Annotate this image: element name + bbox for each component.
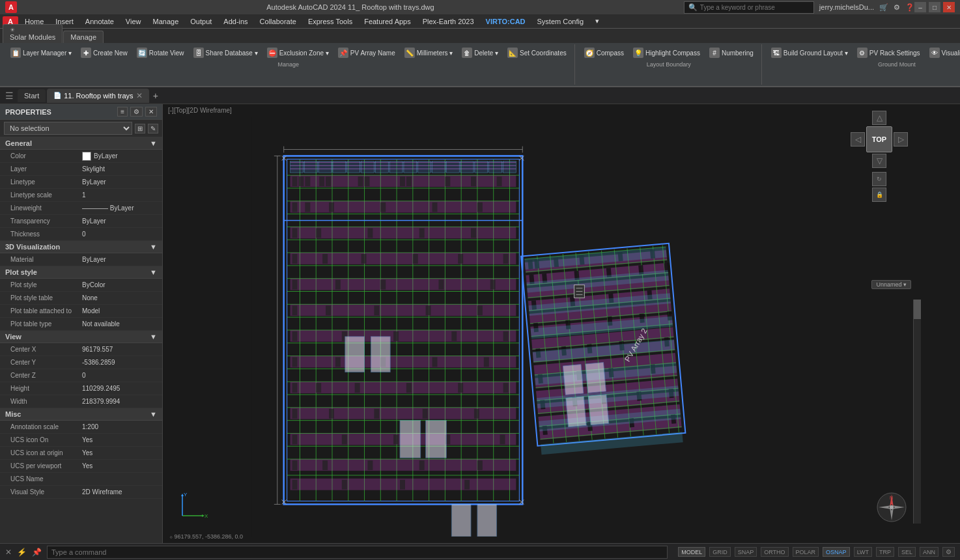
prop-center-y: Center Y -5386.2859: [0, 356, 162, 369]
prop-ucs-name: UCS Name: [0, 473, 162, 486]
menu-item-view[interactable]: View: [120, 16, 147, 27]
doc-tab-close-btn[interactable]: ✕: [136, 91, 143, 100]
pv-array-name-btn[interactable]: 📌PV Array Name: [334, 46, 399, 60]
selection-select[interactable]: No selection: [4, 122, 132, 135]
nav-rotate-btn[interactable]: ↻: [872, 172, 886, 186]
scrollbar-thumb-v[interactable]: [914, 300, 921, 319]
collapse-btn[interactable]: ☰: [3, 91, 16, 101]
status-lightning-btn[interactable]: ⚡: [17, 548, 27, 557]
menu-item-collaborate[interactable]: Collaborate: [255, 16, 302, 27]
section-view[interactable]: View ▼: [0, 331, 162, 343]
cart-icon[interactable]: 🛒: [879, 3, 888, 12]
rotate-view-btn[interactable]: 🔄Rotate View: [133, 46, 188, 60]
menu-item-manage[interactable]: Manage: [148, 16, 184, 27]
selection-dropdown[interactable]: No selection ⊞ ✎: [0, 120, 162, 137]
prop-linetype-scale: Linetype scale 1: [0, 189, 162, 202]
minimize-button[interactable]: –: [914, 2, 926, 12]
search-bar[interactable]: 🔍: [684, 1, 814, 14]
svg-rect-143: [477, 460, 483, 470]
visualize-ground-btn[interactable]: 👁Visualize Ground Clearance: [925, 46, 960, 60]
svg-rect-136: [393, 434, 399, 444]
create-new-btn[interactable]: ✚Create New: [77, 46, 132, 60]
svg-rect-96: [471, 228, 476, 238]
svg-rect-129: [292, 409, 298, 419]
build-ground-btn[interactable]: 🏗Build Ground Layout ▾: [767, 46, 852, 60]
selection-picker-btn[interactable]: ✎: [148, 124, 158, 133]
status-snap-btn[interactable]: SNAP: [735, 547, 757, 557]
status-annotate-btn[interactable]: ANN: [920, 547, 939, 557]
highlight-compass-btn[interactable]: 💡Highlight Compass: [629, 46, 704, 60]
status-selection-btn[interactable]: SEL: [898, 547, 916, 557]
doc-tab-active[interactable]: 📄 11. Rooftop with trays ✕: [47, 89, 148, 103]
menu-item-plexearth[interactable]: Plex-Earth 2023: [417, 16, 479, 27]
status-workspace-btn[interactable]: ⚙: [942, 547, 955, 557]
section-general[interactable]: General ▼: [0, 137, 162, 150]
set-coordinates-btn[interactable]: 📐Set Coordinates: [503, 46, 571, 60]
nav-arrow-right[interactable]: ▷: [894, 132, 908, 147]
canvas-area[interactable]: [-][Top][2D Wireframe] △ ◁ TOP ▷ ▽ ↻ 🔒 U…: [163, 104, 960, 543]
section-plot[interactable]: Plot style ▼: [0, 266, 162, 279]
compass-btn[interactable]: 🧭Compass: [580, 46, 628, 60]
status-lineweight-btn[interactable]: LWT: [854, 547, 872, 557]
menu-item-annotate[interactable]: Annotate: [80, 16, 119, 27]
svg-rect-242: [477, 504, 497, 537]
status-transparency-btn[interactable]: TRP: [876, 547, 894, 557]
selection-quick-select-btn[interactable]: ⊞: [135, 124, 145, 133]
layer-manager-btn[interactable]: 📋Layer Manager ▾: [7, 46, 76, 60]
unnamed-badge[interactable]: Unnamed ▾: [871, 280, 911, 288]
pv-rack-settings-btn[interactable]: ⚙PV Rack Settings: [853, 46, 924, 60]
nav-arrow-up[interactable]: △: [872, 111, 886, 125]
status-cancel-btn[interactable]: ✕: [5, 548, 12, 557]
ribbon-tab-manage[interactable]: Manage: [63, 31, 104, 43]
ribbon-tab-solar-modules[interactable]: ☀ Solar Modules: [3, 24, 63, 43]
menu-item-featuredapps[interactable]: Featured Apps: [359, 16, 416, 27]
command-input[interactable]: [47, 546, 668, 559]
cad-drawing[interactable]: PV Array 2: [169, 117, 914, 537]
menu-more[interactable]: ▾: [590, 16, 604, 27]
doc-tab-start[interactable]: Start: [18, 89, 46, 102]
status-osnap-btn[interactable]: OSNAP: [823, 547, 850, 557]
props-toggle-btn[interactable]: ≡: [117, 107, 128, 117]
svg-rect-134: [292, 434, 298, 444]
ribbon-content: 📋Layer Manager ▾ ✚Create New 🔄Rotate Vie…: [0, 43, 960, 86]
status-pin-btn[interactable]: 📌: [32, 548, 42, 557]
status-ortho-btn[interactable]: ORTHO: [761, 547, 788, 557]
share-database-btn[interactable]: 🗄Share Database ▾: [190, 46, 262, 60]
numbering-btn[interactable]: #Numbering: [705, 46, 757, 60]
close-button[interactable]: ✕: [943, 2, 955, 12]
new-tab-btn[interactable]: +: [150, 91, 161, 101]
menu-item-addins[interactable]: Add-ins: [218, 16, 253, 27]
svg-rect-95: [419, 228, 425, 238]
menu-item-expresstools[interactable]: Express Tools: [303, 16, 358, 27]
status-polar-btn[interactable]: POLAR: [793, 547, 819, 557]
props-close-btn[interactable]: ✕: [145, 107, 157, 117]
help-icon[interactable]: ❓: [905, 3, 914, 12]
menu-item-output[interactable]: Output: [185, 16, 217, 27]
svg-rect-140: [322, 460, 328, 470]
svg-rect-127: [458, 383, 463, 393]
maximize-button[interactable]: □: [929, 2, 940, 12]
prop-center-z: Center Z 0: [0, 369, 162, 382]
nav-arrow-down[interactable]: ▽: [872, 154, 886, 168]
millimeters-btn[interactable]: 📏Millimeters ▾: [401, 46, 457, 60]
status-grid-btn[interactable]: GRID: [709, 547, 731, 557]
props-options-btn[interactable]: ⚙: [130, 107, 143, 117]
nav-lock-btn[interactable]: 🔒: [872, 188, 886, 202]
cursor-indicator: ⬦ 96179.557, -5386.286, 0.0: [169, 533, 243, 540]
menu-item-virtocad[interactable]: VIRTO:CAD: [481, 16, 531, 27]
settings-icon[interactable]: ⚙: [894, 3, 900, 12]
prop-plot-style-table: Plot style table None: [0, 292, 162, 305]
search-input[interactable]: [700, 4, 798, 11]
section-3d[interactable]: 3D Visualization ▼: [0, 241, 162, 253]
menu-item-systemconfig[interactable]: System Config: [532, 16, 589, 27]
properties-header: PROPERTIES ≡ ⚙ ✕: [0, 104, 162, 120]
delete-manage-btn[interactable]: 🗑Delete ▾: [458, 46, 502, 60]
prop-height: Height 110299.2495: [0, 382, 162, 395]
section-misc[interactable]: Misc ▼: [0, 408, 162, 421]
status-model-btn[interactable]: MODEL: [678, 547, 705, 557]
svg-rect-63: [290, 227, 516, 238]
svg-rect-108: [292, 305, 298, 315]
nav-arrow-left[interactable]: ◁: [851, 132, 865, 147]
exclusion-zone-btn[interactable]: ⛔Exclusion Zone ▾: [263, 46, 333, 60]
top-cube[interactable]: TOP: [866, 126, 892, 152]
